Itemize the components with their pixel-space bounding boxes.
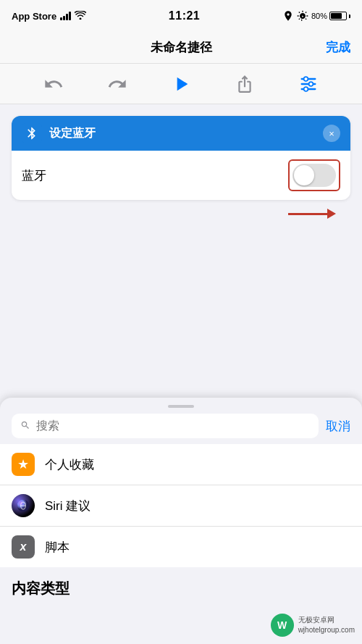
action-body: 蓝牙 <box>12 151 350 200</box>
wifi-icon <box>75 11 86 22</box>
redo-button[interactable] <box>103 70 132 99</box>
annotation-area <box>12 203 350 229</box>
arrow-line <box>288 213 328 215</box>
watermark: W 无极安卓网 wjhotelgroup.com <box>271 614 355 637</box>
toolbar <box>0 64 362 104</box>
arrow-annotation <box>288 209 336 219</box>
status-bar: App Store 11:21 80% <box>0 0 362 32</box>
scripts-icon: x <box>12 535 35 559</box>
list-section: ★ 个人收藏 Siri 建 <box>0 444 362 567</box>
bluetooth-toggle[interactable] <box>292 164 336 187</box>
share-button[interactable] <box>230 70 259 99</box>
signal-bar-4 <box>69 12 71 20</box>
bottom-sheet: 取消 ★ 个人收藏 <box>0 398 362 644</box>
action-header: 设定蓝牙 × <box>12 116 350 151</box>
svg-point-4 <box>309 82 313 86</box>
watermark-logo: W <box>271 614 294 637</box>
main-content: 设定蓝牙 × 蓝牙 <box>0 104 362 241</box>
nav-bar: 未命名捷径 完成 <box>0 32 362 64</box>
carrier-label: App Store <box>12 11 56 22</box>
bluetooth-label: 蓝牙 <box>22 167 46 184</box>
battery-fill <box>331 13 342 19</box>
watermark-text: 无极安卓网 wjhotelgroup.com <box>298 615 355 635</box>
arrow-head <box>327 209 336 219</box>
section-header: 内容类型 <box>0 567 362 603</box>
list-item-favorites[interactable]: ★ 个人收藏 <box>0 444 362 485</box>
play-button[interactable] <box>167 70 195 99</box>
signal-bar-1 <box>60 17 62 20</box>
siri-icon <box>12 494 35 517</box>
battery-tip <box>349 14 350 18</box>
action-close-button[interactable]: × <box>323 125 340 142</box>
settings-button[interactable] <box>294 70 323 99</box>
scripts-label: 脚本 <box>45 539 70 556</box>
bluetooth-icon-bg <box>22 123 42 143</box>
done-button[interactable]: 完成 <box>326 39 350 56</box>
location-icon <box>282 10 294 22</box>
search-input-wrap[interactable] <box>12 414 319 438</box>
siri-label: Siri 建议 <box>45 498 90 514</box>
action-title: 设定蓝牙 <box>49 126 316 141</box>
bluetooth-icon <box>25 126 39 141</box>
search-bar: 取消 <box>0 408 362 444</box>
status-left: App Store <box>12 11 86 22</box>
search-icon <box>20 420 30 432</box>
battery: 80% <box>311 12 350 20</box>
alarm-icon <box>297 10 308 22</box>
toggle-wrapper <box>288 159 340 191</box>
signal-bar-3 <box>66 14 68 20</box>
undo-button[interactable] <box>39 70 68 99</box>
status-right: 80% <box>282 10 350 22</box>
search-input[interactable] <box>36 419 310 432</box>
favorites-icon: ★ <box>12 453 35 476</box>
toggle-box <box>288 159 340 191</box>
svg-point-3 <box>304 77 308 81</box>
signal-bar-2 <box>63 16 65 20</box>
search-cancel-button[interactable]: 取消 <box>326 418 350 435</box>
list-item-siri[interactable]: Siri 建议 <box>0 485 362 527</box>
toggle-knob <box>294 165 314 185</box>
signal-bars <box>60 12 71 20</box>
battery-percent: 80% <box>311 12 327 20</box>
battery-body <box>329 12 347 20</box>
svg-point-5 <box>304 87 308 91</box>
action-card: 设定蓝牙 × 蓝牙 <box>12 116 350 200</box>
list-item-scripts[interactable]: x 脚本 <box>0 527 362 567</box>
status-time: 11:21 <box>169 9 200 22</box>
favorites-label: 个人收藏 <box>45 456 94 473</box>
nav-title: 未命名捷径 <box>151 39 212 56</box>
